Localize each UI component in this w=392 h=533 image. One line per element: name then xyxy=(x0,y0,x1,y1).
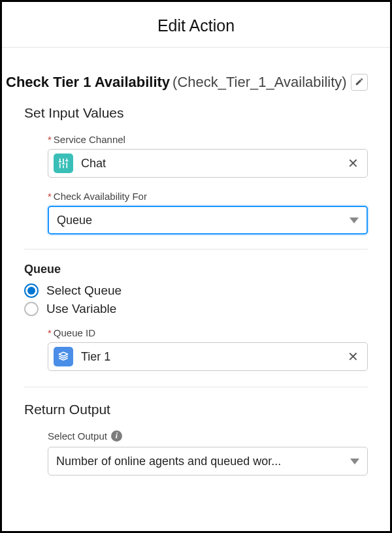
queue-group-title: Queue xyxy=(2,259,390,282)
select-output-label: Select Output xyxy=(48,430,107,442)
check-availability-value: Queue xyxy=(57,214,344,227)
radio-icon xyxy=(24,283,39,298)
dialog-header: Edit Action xyxy=(2,2,390,48)
clear-queue-id-button[interactable]: ✕ xyxy=(344,347,362,366)
select-output-value: Number of online agents and queued wor..… xyxy=(56,455,345,468)
check-availability-field: *Check Availability For Queue xyxy=(2,191,390,240)
service-channel-field: *Service Channel Chat ✕ xyxy=(2,134,390,191)
check-availability-select[interactable]: Queue xyxy=(48,206,368,234)
check-availability-label: *Check Availability For xyxy=(48,191,368,202)
radio-icon xyxy=(24,302,39,316)
queue-id-value: Tier 1 xyxy=(81,350,344,364)
input-values-section: Set Input Values xyxy=(2,97,390,121)
stack-icon xyxy=(54,347,73,366)
service-channel-input[interactable]: Chat ✕ xyxy=(48,149,368,178)
queue-id-field: *Queue ID Tier 1 ✕ xyxy=(2,318,390,378)
service-channel-label: *Service Channel xyxy=(48,134,368,145)
return-output-section: Return Output xyxy=(2,396,390,417)
queue-id-label: *Queue ID xyxy=(48,327,368,338)
edit-action-name-button[interactable] xyxy=(351,74,368,91)
close-icon: ✕ xyxy=(348,155,359,171)
clear-service-channel-button[interactable]: ✕ xyxy=(344,154,362,172)
divider xyxy=(24,249,368,250)
action-api-name: (Check_Tier_1_Availability) xyxy=(172,74,347,91)
radio-select-queue-label: Select Queue xyxy=(46,283,122,298)
action-header: Check Tier 1 Availability (Check_Tier_1_… xyxy=(2,48,390,97)
action-name: Check Tier 1 Availability xyxy=(6,74,170,91)
sliders-icon xyxy=(54,153,73,173)
select-output-dropdown[interactable]: Number of online agents and queued wor..… xyxy=(48,447,368,476)
chevron-down-icon xyxy=(350,459,359,464)
close-icon: ✕ xyxy=(348,349,359,364)
queue-id-input[interactable]: Tier 1 ✕ xyxy=(48,342,368,371)
service-channel-value: Chat xyxy=(81,157,344,170)
input-values-title: Set Input Values xyxy=(24,105,368,121)
radio-use-variable-label: Use Variable xyxy=(46,302,116,316)
return-output-title: Return Output xyxy=(24,402,368,417)
dialog-title: Edit Action xyxy=(2,16,390,35)
divider xyxy=(24,387,368,387)
info-icon[interactable]: i xyxy=(111,430,122,442)
pencil-icon xyxy=(355,77,364,88)
chevron-down-icon xyxy=(350,218,359,223)
radio-select-queue[interactable]: Select Queue xyxy=(2,282,390,300)
select-output-field: Select Output i Number of online agents … xyxy=(2,430,390,476)
radio-use-variable[interactable]: Use Variable xyxy=(2,300,390,318)
